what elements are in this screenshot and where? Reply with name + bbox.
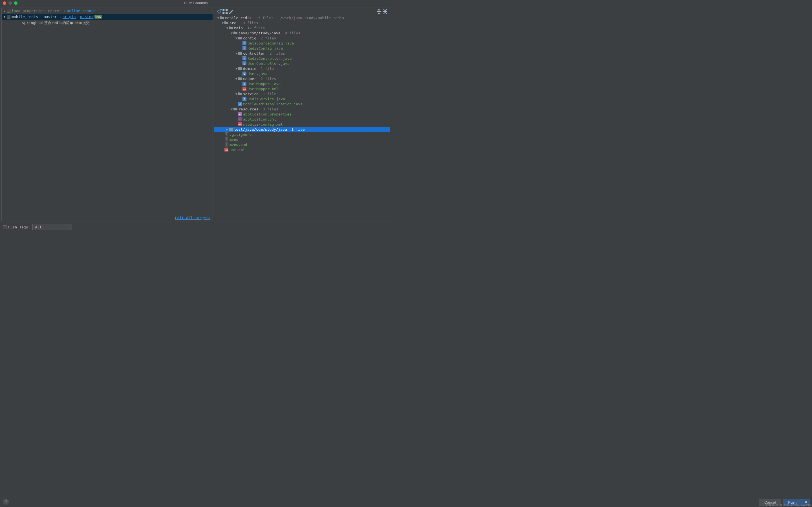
tree-expand-icon[interactable]: ▼ xyxy=(230,108,234,111)
tree-expand-icon[interactable]: ▼ xyxy=(216,16,220,19)
svg-text:J: J xyxy=(244,98,245,101)
svg-text:xml: xml xyxy=(239,124,242,126)
repo-row-load-properties[interactable]: ▶ load_properties master → Define remote xyxy=(2,8,213,14)
files-panel: ▼mobile_redis 17 files ~/work/java_study… xyxy=(214,8,390,221)
tree-row[interactable]: .gitignore xyxy=(214,132,390,137)
tree-node-count: 9 files xyxy=(281,31,300,35)
tree-expand-icon[interactable]: ▼ xyxy=(235,67,238,70)
tree-row[interactable]: ▼domain 1 file xyxy=(214,66,390,71)
tree-row[interactable]: ▼resources 3 files xyxy=(214,107,390,112)
tree-node-name: resources xyxy=(239,107,258,111)
repo-checkbox[interactable] xyxy=(7,9,10,13)
remote-branch-link[interactable]: master xyxy=(80,15,94,19)
svg-text:xml: xml xyxy=(225,149,228,151)
folder-icon xyxy=(238,36,242,40)
svg-text:J: J xyxy=(244,42,245,45)
tree-row[interactable]: ▶test/java/com/study/java 1 file xyxy=(214,127,390,132)
tree-node-name: DataSourceConfig.java xyxy=(248,41,294,45)
files-toolbar xyxy=(214,8,390,15)
tree-row[interactable]: Yapplication.yml xyxy=(214,117,390,122)
window-controls xyxy=(0,1,17,5)
push-tags-checkbox[interactable] xyxy=(3,225,6,229)
tree-row[interactable]: ▼service 1 file xyxy=(214,91,390,96)
group-icon[interactable] xyxy=(222,9,229,14)
tree-row[interactable]: JMobileRedisApplication.java xyxy=(214,101,390,107)
define-remote-link[interactable]: Define remote xyxy=(67,9,96,13)
bottom-bar: Push Tags: All xyxy=(0,221,392,233)
tree-expand-icon[interactable]: ▼ xyxy=(235,93,238,96)
remote-origin-link[interactable]: origin xyxy=(63,15,76,19)
folder-icon xyxy=(220,16,224,20)
tree-row[interactable]: JRedisController.java xyxy=(214,56,390,61)
svg-text:J: J xyxy=(244,62,245,65)
tree-row[interactable]: xmlpom.xml xyxy=(214,147,390,152)
svg-text:Y: Y xyxy=(239,118,241,121)
commits-panel: ▶ load_properties master → Define remote… xyxy=(1,8,213,221)
tree-node-name: MobileRedisApplication.java xyxy=(243,102,303,106)
new-badge: New xyxy=(94,15,102,18)
tree-expand-icon[interactable]: ▼ xyxy=(225,26,229,30)
local-branch: master xyxy=(48,9,61,13)
tree-row[interactable]: ▼config 2 files xyxy=(214,36,390,41)
file-icon xyxy=(224,132,229,136)
repo-name: load_properties xyxy=(11,9,45,13)
tree-row[interactable]: JDataSourceConfig.java xyxy=(214,41,390,46)
close-window-icon[interactable] xyxy=(3,1,6,5)
tree-row[interactable]: JUser.java xyxy=(214,71,390,76)
folder-icon xyxy=(229,26,233,30)
tree-row[interactable]: mvnw xyxy=(214,137,390,142)
tree-row[interactable]: mvnw.cmd xyxy=(214,142,390,147)
tree-row[interactable]: xmlmybatis-config.xml xyxy=(214,122,390,127)
edit-all-targets-link[interactable]: Edit all targets xyxy=(2,215,213,221)
file-icon: P xyxy=(238,112,242,116)
tree-row[interactable]: JRedisConfig.java xyxy=(214,46,390,51)
repo-row-mobile-redis[interactable]: ▼ mobile_redis master → origin : master … xyxy=(2,14,213,20)
svg-rect-3 xyxy=(222,12,224,14)
tree-expand-icon[interactable]: ▼ xyxy=(230,32,234,35)
tree-row[interactable]: ▼src 13 files xyxy=(214,20,390,25)
tree-node-count: 1 file xyxy=(287,127,305,131)
tree-row[interactable]: JRedisService.java xyxy=(214,96,390,101)
tree-expand-icon[interactable]: ▶ xyxy=(225,128,229,131)
expand-all-icon[interactable] xyxy=(376,9,382,14)
tree-expand-icon[interactable]: ▼ xyxy=(221,21,224,24)
file-icon xyxy=(224,137,229,142)
tree-node-name: application.properties xyxy=(243,112,292,116)
folder-icon xyxy=(224,21,229,25)
tree-row[interactable]: xmlUserMapper.xml xyxy=(214,86,390,91)
expand-icon[interactable]: ▶ xyxy=(3,9,6,12)
repo-checkbox[interactable] xyxy=(7,15,10,18)
tree-node-name: RedisService.java xyxy=(248,97,285,101)
file-icon: xml xyxy=(243,87,246,91)
tree-expand-icon[interactable]: ▼ xyxy=(235,37,238,40)
file-tree[interactable]: ▼mobile_redis 17 files ~/work/java_study… xyxy=(214,15,390,221)
collapse-all-icon[interactable] xyxy=(382,9,388,14)
tree-row[interactable]: ▼mapper 2 files xyxy=(214,76,390,81)
tree-row[interactable]: Papplication.properties xyxy=(214,112,390,117)
tree-node-path: ~/work/java_study/mobile_redis xyxy=(273,16,344,20)
tree-node-name: application.yml xyxy=(243,117,276,121)
tree-node-name: .gitignore xyxy=(230,132,252,136)
svg-rect-5 xyxy=(377,11,381,12)
repo-name: mobile_redis xyxy=(11,15,38,19)
tree-row[interactable]: ▼controller 2 files xyxy=(214,51,390,56)
edit-icon[interactable] xyxy=(229,9,235,14)
tree-row[interactable]: ▼mobile_redis 17 files ~/work/java_study… xyxy=(214,15,390,20)
tree-row[interactable]: ▼java/com/study/java 9 files xyxy=(214,31,390,36)
push-tags-label: Push Tags: xyxy=(8,225,30,229)
tree-row[interactable]: ▼main 12 files xyxy=(214,25,390,31)
commit-message[interactable]: springboot整合redis的简单demo提交 xyxy=(2,20,213,26)
file-icon: J xyxy=(243,71,246,75)
diff-icon[interactable] xyxy=(216,9,222,14)
push-tags-dropdown[interactable]: All xyxy=(33,224,72,230)
tree-expand-icon[interactable]: ▼ xyxy=(235,77,238,80)
expand-icon[interactable]: ▼ xyxy=(3,15,6,18)
folder-icon xyxy=(234,31,238,35)
tree-row[interactable]: JUserMapper.java xyxy=(214,81,390,86)
maximize-window-icon[interactable] xyxy=(14,1,17,5)
local-branch: master xyxy=(44,15,57,19)
tree-expand-icon[interactable]: ▼ xyxy=(235,52,238,55)
tree-row[interactable]: JUserController.java xyxy=(214,61,390,66)
file-icon: J xyxy=(243,61,246,65)
tree-node-name: User.java xyxy=(248,71,267,76)
